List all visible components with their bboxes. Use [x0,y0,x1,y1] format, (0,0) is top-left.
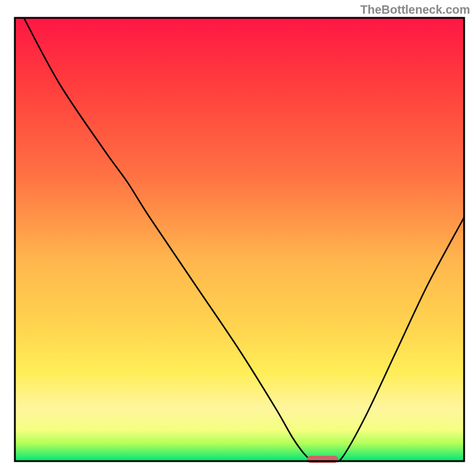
watermark-text: TheBottleneck.com [361,3,470,17]
plot-area [15,18,464,463]
chart-svg [0,0,476,476]
chart-container: TheBottleneck.com [0,0,476,476]
gradient-background [15,18,464,461]
